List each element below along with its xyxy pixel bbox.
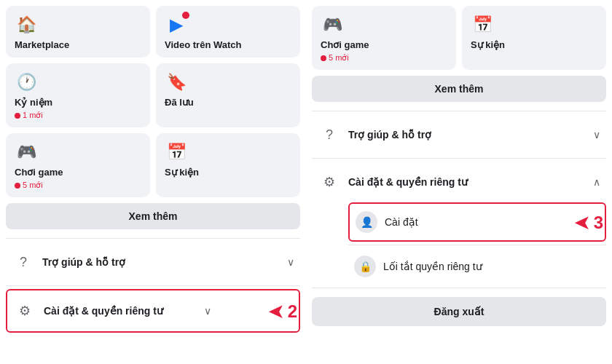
video-watch-label: Video trên Watch	[165, 39, 291, 50]
divider-2	[6, 285, 300, 286]
see-more-button-right[interactable]: Xem thêm	[312, 76, 606, 102]
settings-chevron: ∨	[204, 305, 211, 317]
settings-icon-right: ⚙	[318, 170, 341, 194]
settings-row[interactable]: ⚙ Cài đặt & quyền riêng tư ∨	[6, 289, 300, 333]
da-luu-icon: 🔖	[165, 71, 188, 94]
sub-divider-1	[348, 245, 606, 245]
cai-dat-wrapper: 👤 Cài đặt ➤ 3	[348, 202, 606, 242]
grid-item-su-kien[interactable]: 📅 Sự kiện	[156, 133, 300, 197]
help-icon: ?	[12, 250, 35, 274]
grid-item-marketplace[interactable]: 🏠 Marketplace	[6, 6, 150, 58]
help-chevron-right: ∨	[593, 129, 600, 141]
grid-item-da-luu[interactable]: 🔖 Đã lưu	[156, 63, 300, 127]
choi-game-label-right: Chơi game	[321, 39, 447, 50]
divider-right-1	[312, 111, 606, 111]
loi-tat-icon: 🔒	[354, 256, 376, 277]
choi-game-badge-right: 5 mới	[321, 53, 447, 63]
panel-right: 🎮 Chơi game 5 mới 📅 Sự kiện Xem thêm ? T…	[306, 0, 612, 364]
choi-game-icon: 🎮	[15, 141, 38, 164]
help-icon-right: ?	[318, 123, 341, 146]
cai-dat-icon: 👤	[356, 211, 377, 233]
video-watch-icon: ▶	[165, 13, 188, 36]
help-row-right[interactable]: ? Trợ giúp & hỗ trợ ∨	[312, 114, 606, 155]
choi-game-badge: 5 mới	[15, 181, 141, 190]
settings-row-right[interactable]: ⚙ Cài đặt & quyền riêng tư ∧	[312, 162, 606, 202]
grid-item-choi-game-right[interactable]: 🎮 Chơi game 5 mới	[312, 6, 456, 70]
divider-1	[6, 238, 300, 239]
loi-tat-label: Lối tắt quyền riêng tư	[383, 261, 482, 272]
cai-dat-item[interactable]: 👤 Cài đặt	[348, 202, 606, 242]
settings-label-right: Cài đặt & quyền riêng tư	[348, 176, 586, 188]
ky-niem-icon: 🕐	[15, 71, 38, 94]
settings-chevron-right: ∧	[593, 176, 600, 188]
settings-icon: ⚙	[13, 299, 36, 323]
marketplace-label: Marketplace	[15, 39, 141, 50]
divider-right-2	[312, 158, 606, 159]
help-label: Trợ giúp & hỗ trợ	[42, 256, 280, 268]
shortcuts-grid: 🏠 Marketplace ▶ Video trên Watch 🕐 Kỷ ni…	[6, 6, 300, 197]
grid-item-choi-game[interactable]: 🎮 Chơi game 5 mới	[6, 133, 150, 197]
choi-game-icon-right: 🎮	[321, 13, 344, 36]
help-chevron: ∨	[287, 256, 294, 268]
help-label-right: Trợ giúp & hỗ trợ	[348, 129, 586, 141]
marketplace-icon: 🏠	[15, 13, 38, 36]
su-kien-icon-right: 📅	[471, 13, 494, 36]
ky-niem-badge: 1 mới	[15, 111, 141, 120]
settings-wrapper: ⚙ Cài đặt & quyền riêng tư ∨ ➤ 2	[6, 289, 300, 333]
divider-right-3	[312, 288, 606, 288]
da-luu-label: Đã lưu	[165, 97, 291, 108]
see-more-button[interactable]: Xem thêm	[6, 203, 300, 229]
logout-button[interactable]: Đăng xuất	[312, 297, 606, 326]
settings-label: Cài đặt & quyền riêng tư	[44, 305, 197, 317]
cai-dat-label: Cài đặt	[385, 216, 418, 228]
grid-item-ky-niem[interactable]: 🕐 Kỷ niệm 1 mới	[6, 63, 150, 127]
shortcuts-grid-right: 🎮 Chơi game 5 mới 📅 Sự kiện	[312, 6, 606, 70]
help-row[interactable]: ? Trợ giúp & hỗ trợ ∨	[6, 242, 300, 282]
choi-game-label: Chơi game	[15, 167, 141, 178]
su-kien-label: Sự kiện	[165, 167, 291, 178]
su-kien-icon: 📅	[165, 141, 188, 164]
settings-sub-section: 👤 Cài đặt ➤ 3 🔒 Lối tắt quyền riêng tư	[312, 202, 606, 285]
grid-item-su-kien-right[interactable]: 📅 Sự kiện	[462, 6, 606, 70]
ky-niem-label: Kỷ niệm	[15, 97, 141, 108]
loi-tat-item[interactable]: 🔒 Lối tắt quyền riêng tư	[348, 248, 606, 285]
panel-left: 🏠 Marketplace ▶ Video trên Watch 🕐 Kỷ ni…	[0, 0, 306, 364]
su-kien-label-right: Sự kiện	[471, 39, 597, 50]
grid-item-video-watch[interactable]: ▶ Video trên Watch	[156, 6, 300, 58]
